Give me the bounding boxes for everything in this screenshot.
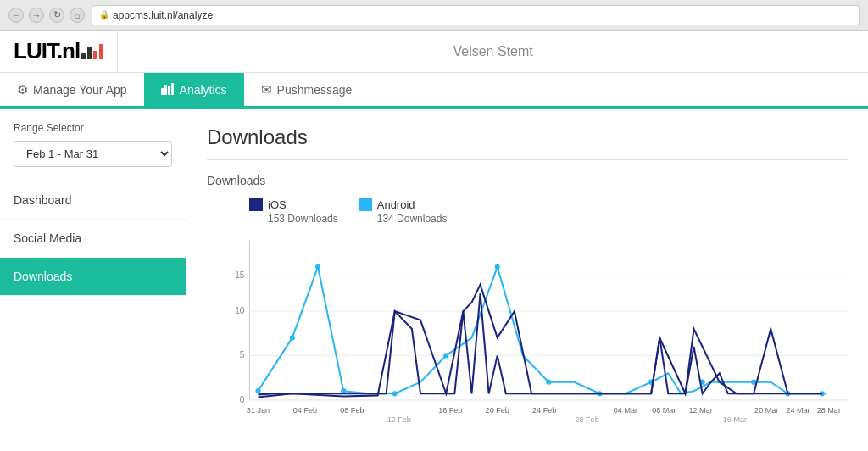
main-layout: Range Selector Feb 1 - Mar 31 Dashboard … <box>0 109 868 450</box>
sidebar-item-downloads[interactable]: Downloads <box>0 258 186 296</box>
logo-bars <box>81 44 103 59</box>
svg-text:08 Mar: 08 Mar <box>652 406 676 415</box>
logo-bar-2 <box>87 47 92 59</box>
logo-bar-4 <box>99 44 103 59</box>
svg-text:0: 0 <box>240 395 245 404</box>
downloads-chart: 0 5 10 15 <box>207 231 848 426</box>
tab-manage[interactable]: ⚙ Manage Your App <box>0 73 144 106</box>
range-selector-label: Range Selector <box>14 122 172 134</box>
svg-text:28 Mar: 28 Mar <box>817 406 841 415</box>
svg-text:31 Jan: 31 Jan <box>247 406 270 415</box>
nav-tabs: ⚙ Manage Your App Analytics ✉ Pushmessag… <box>0 73 868 109</box>
tab-pushmessage-label: Pushmessage <box>277 83 353 97</box>
svg-text:08 Feb: 08 Feb <box>340 406 364 415</box>
back-button[interactable]: ← <box>8 8 24 23</box>
home-button[interactable]: ⌂ <box>70 8 85 23</box>
browser-chrome: ← → ↻ ⌂ 🔒 appcms.luit.nl/analyze <box>0 0 868 31</box>
site-title: Velsen Stemt <box>118 31 868 72</box>
android-dot <box>315 264 320 270</box>
svg-text:10: 10 <box>235 306 244 315</box>
svg-text:15: 15 <box>235 270 244 280</box>
gear-icon: ⚙ <box>17 82 28 97</box>
chart-section-title: Downloads <box>207 174 848 187</box>
android-dot <box>443 353 448 358</box>
svg-text:12 Mar: 12 Mar <box>689 406 713 415</box>
android-legend-label: Android <box>377 198 415 211</box>
app-container: LUIT.nl Velsen Stemt ⚙ Manage Your App <box>0 31 868 451</box>
ios-color-swatch <box>249 198 263 211</box>
url-text: appcms.luit.nl/analyze <box>113 9 213 21</box>
content-area: Downloads Downloads iOS 153 Downloads An… <box>186 109 868 450</box>
analytics-icon <box>161 81 175 97</box>
svg-text:5: 5 <box>240 350 245 359</box>
legend-item-android: Android 134 Downloads <box>359 198 448 225</box>
range-dropdown[interactable]: Feb 1 - Mar 31 <box>14 141 172 167</box>
sidebar-item-dashboard-label: Dashboard <box>14 193 72 207</box>
chart-legend: iOS 153 Downloads Android 134 Downloads <box>207 198 848 225</box>
android-line <box>258 267 826 394</box>
svg-text:04 Mar: 04 Mar <box>614 406 637 415</box>
android-dot <box>392 391 398 396</box>
ios-legend-label: iOS <box>268 198 287 211</box>
address-bar[interactable]: 🔒 appcms.luit.nl/analyze <box>92 5 860 25</box>
svg-text:24 Mar: 24 Mar <box>786 406 810 415</box>
content-title: Downloads <box>207 125 848 160</box>
refresh-button[interactable]: ↻ <box>49 8 64 23</box>
svg-text:28 Feb: 28 Feb <box>575 415 598 424</box>
legend-item-ios: iOS 153 Downloads <box>249 198 338 225</box>
ios-line-peaks <box>258 285 821 398</box>
svg-rect-3 <box>171 83 174 95</box>
range-dropdown-wrapper: Feb 1 - Mar 31 <box>14 141 172 167</box>
ios-line <box>258 293 821 394</box>
sidebar-item-social-media-label: Social Media <box>14 231 81 245</box>
chart-wrapper: 0 5 10 15 <box>207 231 848 426</box>
forward-button[interactable]: → <box>29 8 44 23</box>
browser-controls: ← → ↻ ⌂ <box>8 8 85 23</box>
svg-text:20 Mar: 20 Mar <box>754 406 778 415</box>
ios-download-count: 153 Downloads <box>249 213 338 225</box>
tab-analytics[interactable]: Analytics <box>144 73 244 106</box>
mail-icon: ✉ <box>261 82 272 97</box>
logo-bar-1 <box>81 53 86 59</box>
android-dot <box>290 335 295 340</box>
app-header: LUIT.nl Velsen Stemt <box>0 31 868 73</box>
svg-text:16 Feb: 16 Feb <box>438 406 462 415</box>
android-dot <box>495 264 500 270</box>
tab-manage-label: Manage Your App <box>33 83 127 97</box>
sidebar-item-downloads-label: Downloads <box>14 270 72 283</box>
android-dot <box>255 388 260 393</box>
sidebar-item-dashboard[interactable]: Dashboard <box>0 181 186 220</box>
android-color-swatch <box>359 198 372 211</box>
svg-rect-2 <box>168 86 170 95</box>
svg-text:20 Feb: 20 Feb <box>486 406 509 415</box>
lock-icon: 🔒 <box>99 10 109 19</box>
sidebar-item-social-media[interactable]: Social Media <box>0 220 186 258</box>
android-dot <box>546 380 551 385</box>
svg-text:16 Mar: 16 Mar <box>723 415 747 424</box>
svg-text:12 Feb: 12 Feb <box>387 415 411 424</box>
svg-rect-0 <box>161 88 164 95</box>
logo-text: LUIT.nl <box>14 38 80 64</box>
tab-analytics-label: Analytics <box>180 83 227 97</box>
android-download-count: 134 Downloads <box>359 213 448 225</box>
svg-rect-1 <box>164 85 167 95</box>
range-selector-area: Range Selector Feb 1 - Mar 31 <box>0 109 186 181</box>
logo-bar-3 <box>93 51 97 59</box>
sidebar: Range Selector Feb 1 - Mar 31 Dashboard … <box>0 109 186 450</box>
svg-text:04 Feb: 04 Feb <box>293 406 317 415</box>
logo-area: LUIT.nl <box>0 31 118 72</box>
svg-text:24 Feb: 24 Feb <box>532 406 556 415</box>
tab-pushmessage[interactable]: ✉ Pushmessage <box>244 73 370 106</box>
